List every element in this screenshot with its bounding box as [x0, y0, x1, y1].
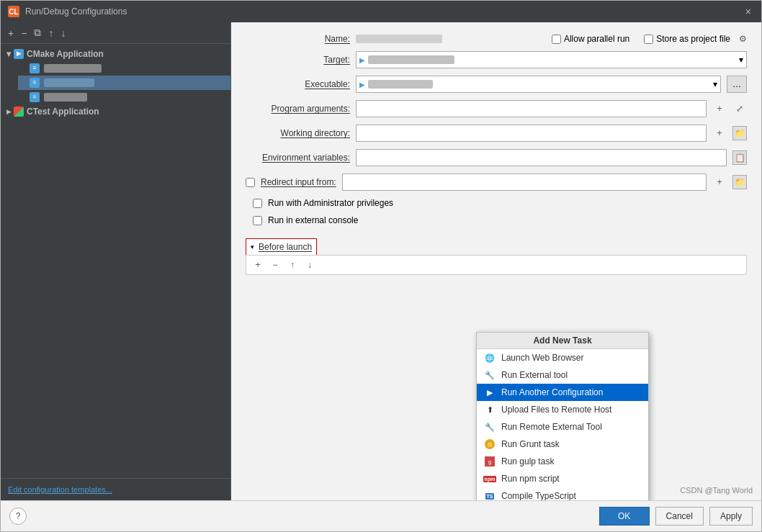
main-content: + − ⧉ ↑ ↓ ▾ ▶ CMake Application ≡ [1, 22, 761, 500]
npm-icon: npm [484, 473, 496, 484]
exec-play-icon: ▶ [359, 81, 365, 89]
tree-group-ctest[interactable]: ▸ CTest Application [1, 104, 230, 119]
working-dir-input[interactable] [356, 125, 707, 142]
menu-item-run-npm[interactable]: npm Run npm script [477, 470, 648, 487]
wrench-icon: 🔧 [484, 369, 496, 381]
left-toolbar: + − ⧉ ↑ ↓ [1, 22, 230, 44]
menu-item-run-grunt[interactable]: G Run Grunt task [477, 436, 648, 453]
run-debug-dialog: CL Run/Debug Configurations × + − ⧉ ↑ ↓ … [0, 0, 762, 532]
before-launch-section: ▾ Before launch + − ↑ ↓ [246, 238, 747, 275]
tree-item-3[interactable]: ≡ [18, 90, 230, 104]
menu-item-run-remote-label: Run Remote External Tool [501, 422, 602, 432]
exec-blurred-text [368, 80, 433, 89]
menu-item-run-external[interactable]: 🔧 Run External tool [477, 366, 648, 384]
cmake-group-label: CMake Application [27, 49, 104, 59]
target-play-icon: ▶ [359, 56, 365, 64]
working-dir-add-button[interactable]: + [712, 126, 727, 140]
before-launch-header: ▾ Before launch [246, 238, 317, 255]
upload-icon: ⬆ [484, 404, 496, 415]
menu-item-run-remote[interactable]: 🔧 Run Remote External Tool [477, 418, 648, 436]
admin-privileges-checkbox[interactable] [253, 199, 262, 208]
redirect-browse-button[interactable]: 📁 [732, 175, 747, 189]
left-bottom: Edit configuration templates... [1, 478, 230, 500]
before-launch-down-button[interactable]: ↓ [302, 258, 317, 272]
config-tree: ▾ ▶ CMake Application ≡ ≡ ≡ [1, 44, 230, 478]
target-dropdown-arrow: ▾ [739, 55, 743, 65]
ok-button[interactable]: OK [599, 507, 650, 526]
store-project-checkbox[interactable] [644, 35, 653, 44]
menu-item-run-gulp[interactable]: g Run gulp task [477, 453, 648, 470]
moveup-config-button[interactable]: ↑ [45, 26, 56, 40]
menu-item-run-another-label: Run Another Configuration [501, 387, 603, 397]
run-another-icon: ▶ [484, 387, 496, 398]
menu-item-compile-ts-label: Compile TypeScript [501, 491, 576, 500]
executable-label: Executable: [246, 79, 350, 89]
cmake-children: ≡ ≡ ≡ [1, 61, 230, 104]
exec-dropdown-arrow: ▾ [713, 79, 717, 89]
program-args-add-button[interactable]: + [712, 102, 727, 116]
item3-label [44, 93, 87, 102]
help-button[interactable]: ? [9, 508, 27, 525]
working-dir-browse-button[interactable]: 📁 [732, 126, 747, 140]
before-launch-expand-icon[interactable]: ▾ [251, 243, 254, 251]
add-config-button[interactable]: + [5, 26, 17, 40]
external-console-label: Run in external console [268, 215, 358, 225]
close-button[interactable]: × [743, 6, 754, 17]
redirect-checkbox[interactable] [246, 178, 255, 187]
tree-item-2[interactable]: ≡ [18, 76, 230, 90]
program-args-label: Program arguments: [246, 104, 350, 114]
allow-parallel-checkbox-row[interactable]: Allow parallel run [552, 34, 629, 44]
before-launch-up-button[interactable]: ↑ [285, 258, 300, 272]
cancel-button[interactable]: Cancel [655, 507, 704, 526]
external-console-checkbox[interactable] [253, 216, 262, 225]
tree-item-1[interactable]: ≡ [18, 61, 230, 76]
item1-icon: ≡ [30, 63, 40, 73]
cmake-expand-icon: ▾ [6, 49, 11, 59]
apply-button[interactable]: Apply [709, 507, 753, 526]
store-project-checkbox-row[interactable]: Store as project file [644, 34, 730, 44]
movedown-config-button[interactable]: ↓ [58, 26, 68, 40]
wrench2-icon: 🔧 [484, 421, 496, 433]
cmake-group-icon: ▶ [14, 49, 24, 59]
redirect-label: Redirect input from: [261, 177, 336, 187]
globe-icon: 🌐 [484, 352, 496, 364]
env-vars-row: Environment variables: 📋 [246, 149, 747, 166]
external-console-row: Run in external console [246, 215, 747, 225]
allow-parallel-checkbox[interactable] [552, 35, 561, 44]
program-args-expand-button[interactable]: ⤢ [732, 102, 747, 116]
redirect-input[interactable] [342, 173, 707, 191]
remove-config-button[interactable]: − [18, 26, 30, 40]
name-label: Name: [246, 34, 350, 44]
before-launch-add-button[interactable]: + [251, 258, 265, 272]
app-icon: CL [8, 6, 19, 17]
menu-header: Add New Task [477, 333, 648, 349]
tree-group-cmake[interactable]: ▾ ▶ CMake Application [1, 47, 230, 61]
copy-config-button[interactable]: ⧉ [31, 25, 44, 40]
menu-item-launch-browser[interactable]: 🌐 Launch Web Browser [477, 349, 648, 366]
executable-dropdown[interactable]: ▶ ▾ [356, 76, 721, 93]
watermark: CSDN @Tang World [680, 486, 753, 495]
menu-item-upload-files[interactable]: ⬆ Upload Files to Remote Host [477, 401, 648, 418]
env-vars-browse-button[interactable]: 📋 [732, 150, 747, 165]
before-launch-label: Before launch [259, 242, 312, 252]
env-vars-input[interactable] [356, 149, 727, 166]
menu-item-run-gulp-label: Run gulp task [501, 456, 554, 466]
before-launch-remove-button[interactable]: − [268, 258, 282, 272]
target-dropdown[interactable]: ▶ ▾ [356, 51, 747, 68]
target-blurred-text [368, 55, 454, 64]
redirect-add-button[interactable]: + [712, 175, 727, 189]
menu-item-compile-ts[interactable]: TS Compile TypeScript [477, 487, 648, 500]
left-panel: + − ⧉ ↑ ↓ ▾ ▶ CMake Application ≡ [1, 22, 231, 500]
executable-browse-button[interactable]: … [727, 76, 747, 93]
dialog-title: Run/Debug Configurations [25, 6, 127, 17]
program-args-input[interactable] [356, 100, 707, 117]
menu-item-run-grunt-label: Run Grunt task [501, 439, 560, 449]
env-vars-label: Environment variables: [246, 153, 350, 163]
name-row: Name: Allow parallel run Store as projec… [246, 34, 747, 44]
gulp-icon: g [484, 456, 496, 467]
item3-icon: ≡ [30, 92, 40, 102]
edit-templates-link[interactable]: Edit configuration templates... [8, 485, 112, 494]
bottom-right-buttons: OK Cancel Apply [599, 507, 753, 526]
ts-icon: TS [484, 490, 496, 500]
menu-item-run-another[interactable]: ▶ Run Another Configuration [477, 384, 648, 401]
